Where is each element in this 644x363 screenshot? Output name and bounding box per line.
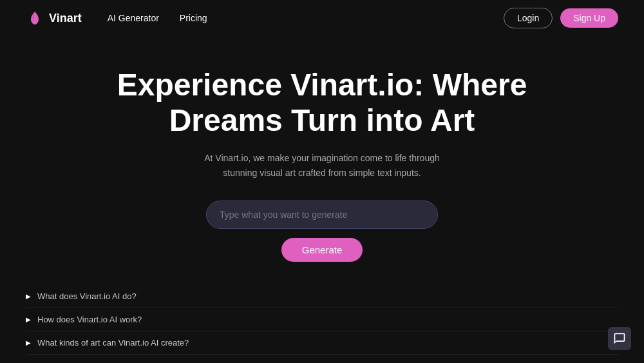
- generate-input[interactable]: [220, 210, 424, 220]
- faq-item[interactable]: ▶What does Vinart.io AI do?: [26, 285, 618, 308]
- faq-item[interactable]: ▶Can I customize the art created by Vina…: [26, 355, 618, 363]
- hero-subtitle: At Vinart.io, we make your imagination c…: [193, 151, 451, 180]
- faq-arrow-icon: ▶: [26, 293, 31, 300]
- generate-button[interactable]: Generate: [281, 238, 363, 262]
- hero-title: Experience Vinart.io: Where Dreams Turn …: [103, 67, 541, 138]
- ai-generator-link[interactable]: AI Generator: [108, 13, 159, 23]
- faq-arrow-icon: ▶: [26, 316, 31, 323]
- chat-icon[interactable]: [608, 327, 631, 350]
- logo[interactable]: Vinart: [26, 9, 82, 27]
- generate-input-wrapper: [206, 201, 438, 229]
- faq-section: ▶What does Vinart.io AI do?▶How does Vin…: [0, 285, 644, 363]
- logo-icon: [26, 9, 44, 27]
- navbar: Vinart AI Generator Pricing Login Sign U…: [0, 0, 644, 36]
- faq-item[interactable]: ▶What kinds of art can Vinart.io AI crea…: [26, 331, 618, 355]
- faq-item-text: What kinds of art can Vinart.io AI creat…: [37, 338, 189, 348]
- nav-links: AI Generator Pricing: [108, 13, 504, 23]
- faq-item-text: What does Vinart.io AI do?: [37, 291, 137, 301]
- faq-arrow-icon: ▶: [26, 339, 31, 346]
- hero-section: Experience Vinart.io: Where Dreams Turn …: [0, 36, 644, 262]
- faq-item-text: How does Vinart.io AI work?: [37, 315, 142, 324]
- faq-item[interactable]: ▶How does Vinart.io AI work?: [26, 308, 618, 331]
- chat-svg-icon: [613, 332, 626, 345]
- signup-button[interactable]: Sign Up: [560, 8, 618, 28]
- logo-text: Vinart: [49, 12, 82, 25]
- nav-actions: Login Sign Up: [504, 8, 618, 28]
- login-button[interactable]: Login: [504, 8, 553, 28]
- pricing-link[interactable]: Pricing: [180, 13, 207, 23]
- generate-form: Generate: [0, 201, 644, 262]
